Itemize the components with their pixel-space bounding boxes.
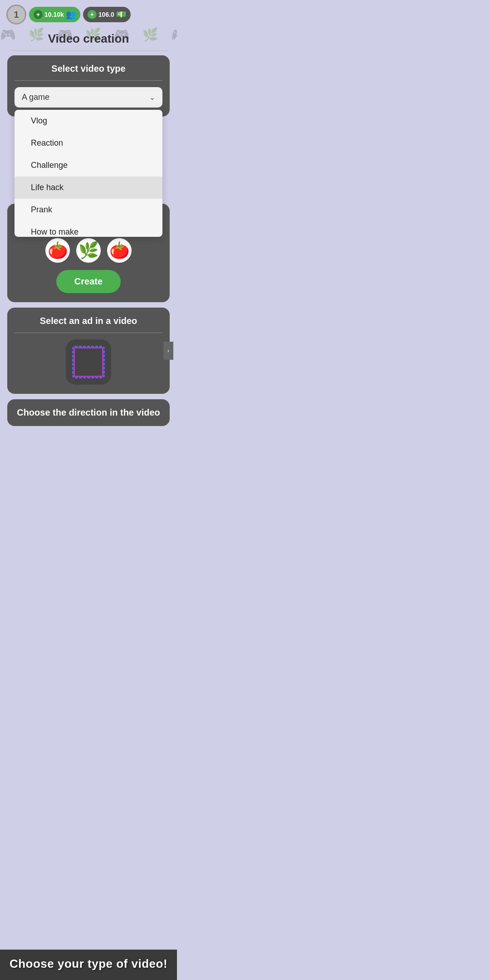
dropdown-item-challenge[interactable]: Challenge	[15, 154, 162, 176]
followers-count: 10.10k	[44, 11, 64, 18]
money-icon: 💵	[116, 10, 126, 20]
select-video-type-card: Select video type A game ⌄ Vlog Reaction	[7, 55, 170, 117]
followers-button[interactable]: + 10.10k 👥	[29, 7, 80, 22]
money-button[interactable]: + 106.0 💵	[83, 7, 131, 22]
side-arrow-icon: ›	[163, 342, 173, 360]
video-type-dropdown-wrapper: A game ⌄ Vlog Reaction Challenge Li	[15, 87, 162, 108]
status-bar: 1 + 10.10k 👥 + 106.0 💵	[0, 0, 177, 29]
ad-icon-inner	[72, 346, 105, 378]
character-1-icon[interactable]: 🍅	[45, 238, 70, 263]
dropdown-item-howtomake[interactable]: How to make	[15, 221, 162, 237]
card-divider-1	[15, 80, 162, 81]
ad-icon-wrapper	[15, 339, 162, 385]
dropdown-list: Vlog Reaction Challenge Life hack Prank	[15, 110, 162, 237]
dropdown-selected-value: A game	[22, 93, 49, 102]
followers-icon: 👥	[66, 10, 76, 20]
level-number: 1	[14, 10, 19, 20]
add-money-icon[interactable]: +	[88, 10, 97, 19]
characters-row: 🍅 🌿 🍅	[15, 235, 162, 265]
character-2-icon[interactable]: 🌿	[76, 238, 101, 263]
money-count: 106.0	[98, 11, 114, 18]
card-divider-3	[15, 333, 162, 333]
select-video-type-title: Select video type	[15, 64, 162, 74]
add-followers-icon[interactable]: +	[34, 10, 43, 19]
dropdown-item-reaction[interactable]: Reaction	[15, 132, 162, 154]
choose-direction-title: Choose the direction in the video	[15, 407, 162, 418]
create-button[interactable]: Create	[56, 270, 121, 293]
choose-direction-card: Choose the direction in the video	[7, 399, 170, 426]
video-type-dropdown[interactable]: A game ⌄	[15, 87, 162, 108]
page-title: Video creation	[0, 32, 177, 46]
dropdown-arrow-icon: ⌄	[149, 93, 155, 102]
character-3-icon[interactable]: 🍅	[107, 238, 132, 263]
dropdown-item-vlog[interactable]: Vlog	[15, 110, 162, 132]
dropdown-item-lifehack[interactable]: Life hack	[15, 176, 162, 199]
level-badge: 1	[6, 5, 26, 24]
dropdown-list-inner[interactable]: Vlog Reaction Challenge Life hack Prank	[15, 110, 162, 237]
ad-icon-box[interactable]	[66, 339, 111, 385]
dropdown-item-prank[interactable]: Prank	[15, 199, 162, 221]
main-content: Select video type A game ⌄ Vlog Reaction	[0, 51, 177, 431]
select-ad-title: Select an ad in a video	[15, 316, 162, 326]
select-ad-card: Select an ad in a video ›	[7, 308, 170, 394]
